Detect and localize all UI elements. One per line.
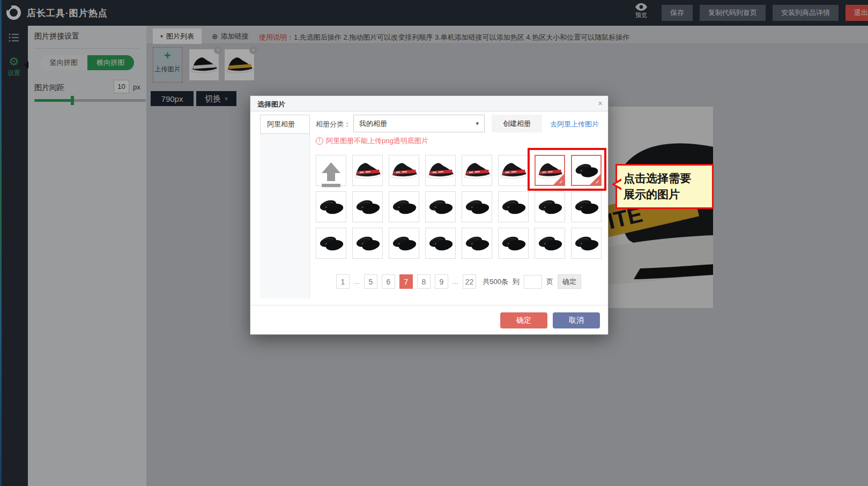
- shoe-image: [462, 228, 492, 258]
- upload-arrow-icon: [316, 161, 346, 191]
- shoe-image: [353, 155, 382, 185]
- page-ellipsis: ...: [354, 278, 360, 286]
- shoe-image: [353, 192, 382, 222]
- album-category-select[interactable]: 我的相册 ▾: [353, 115, 485, 132]
- shoe-image: [426, 228, 455, 258]
- grid-image[interactable]: [425, 191, 456, 222]
- grid-image[interactable]: [498, 155, 529, 186]
- page-unit-label: 页: [546, 277, 553, 287]
- dialog-header: 选择图片 ×: [250, 96, 608, 111]
- pagination: 1...56789...22 共500条 到 页 确定: [316, 274, 602, 289]
- shoe-image: [316, 192, 346, 222]
- confirm-button[interactable]: 确定: [500, 312, 547, 328]
- annotation-highlight-rect: [528, 148, 606, 191]
- cancel-button[interactable]: 取消: [553, 312, 600, 328]
- shoe-image: [462, 192, 492, 222]
- grid-image[interactable]: [498, 228, 529, 259]
- shoe-image: [499, 192, 528, 222]
- grid-image[interactable]: [352, 191, 383, 222]
- grid-image[interactable]: [571, 191, 602, 222]
- shoe-image: [353, 228, 382, 258]
- dialog-footer: 确定 取消: [250, 305, 608, 334]
- shoe-image: [389, 192, 419, 222]
- grid-image[interactable]: [389, 228, 419, 259]
- caret-down-icon: ▾: [476, 115, 479, 132]
- page-button-6[interactable]: 6: [382, 274, 395, 289]
- warning-text: 阿里图册不能上传png透明底图片: [326, 136, 428, 146]
- shoe-image: [389, 155, 419, 185]
- shoe-image: [535, 192, 565, 222]
- grid-image[interactable]: [425, 155, 456, 186]
- page-button-9[interactable]: 9: [435, 274, 448, 289]
- grid-image[interactable]: [462, 191, 492, 222]
- create-album-button[interactable]: 创建相册: [492, 115, 542, 132]
- grid-image[interactable]: [352, 155, 383, 186]
- grid-image[interactable]: [425, 228, 456, 259]
- shoe-image: [462, 155, 492, 185]
- shoe-image: [535, 228, 565, 258]
- grid-upload-cell[interactable]: 上传: [316, 155, 346, 186]
- grid-image[interactable]: [571, 228, 602, 259]
- goto-label: 到: [513, 277, 520, 287]
- callout-line2: 展示的图片: [624, 186, 706, 203]
- go-upload-link[interactable]: 去阿里上传图片: [550, 119, 599, 129]
- goto-page-input[interactable]: [524, 275, 542, 289]
- shoe-image: [572, 228, 601, 258]
- total-count: 共500条: [483, 277, 508, 287]
- grid-image[interactable]: [316, 228, 346, 259]
- shoe-image: [426, 155, 455, 185]
- page-button-8[interactable]: 8: [417, 274, 431, 289]
- shoe-image: [499, 155, 528, 185]
- shoe-image: [499, 228, 528, 258]
- album-category-value: 我的相册: [359, 119, 387, 128]
- select-image-dialog: 选择图片 × 阿里相册 相册分类： 我的相册 ▾ 创建相册 去阿里上传图片 ! …: [250, 95, 609, 335]
- page-ellipsis: ...: [452, 278, 458, 286]
- goto-confirm-button[interactable]: 确定: [558, 274, 581, 289]
- grid-image[interactable]: [389, 155, 419, 186]
- grid-image[interactable]: [535, 228, 565, 259]
- dialog-title: 选择图片: [257, 100, 285, 109]
- shoe-image: [426, 192, 455, 222]
- annotation-callout: 点击选择需要 展示的图片: [615, 164, 714, 209]
- grid-image[interactable]: [389, 191, 419, 222]
- grid-image[interactable]: [535, 191, 565, 222]
- grid-image[interactable]: [352, 228, 383, 259]
- page-button-22[interactable]: 22: [463, 274, 477, 289]
- callout-line1: 点击选择需要: [624, 170, 706, 186]
- shoe-image: [316, 228, 346, 258]
- png-warning: ! 阿里图册不能上传png透明底图片: [316, 136, 428, 146]
- close-icon[interactable]: ×: [598, 99, 603, 108]
- page-button-5[interactable]: 5: [364, 274, 377, 289]
- grid-image[interactable]: [316, 191, 346, 222]
- page-button-7[interactable]: 7: [399, 274, 413, 289]
- shoe-image: [572, 192, 601, 222]
- category-label: 相册分类：: [316, 119, 351, 129]
- grid-image[interactable]: [462, 228, 492, 259]
- album-source-column: [260, 134, 310, 298]
- grid-image[interactable]: [498, 191, 529, 222]
- warning-icon: !: [316, 137, 323, 145]
- album-source-tab[interactable]: 阿里相册: [260, 115, 310, 134]
- page-button-1[interactable]: 1: [336, 274, 350, 289]
- grid-image[interactable]: [462, 155, 492, 186]
- shoe-image: [389, 228, 419, 258]
